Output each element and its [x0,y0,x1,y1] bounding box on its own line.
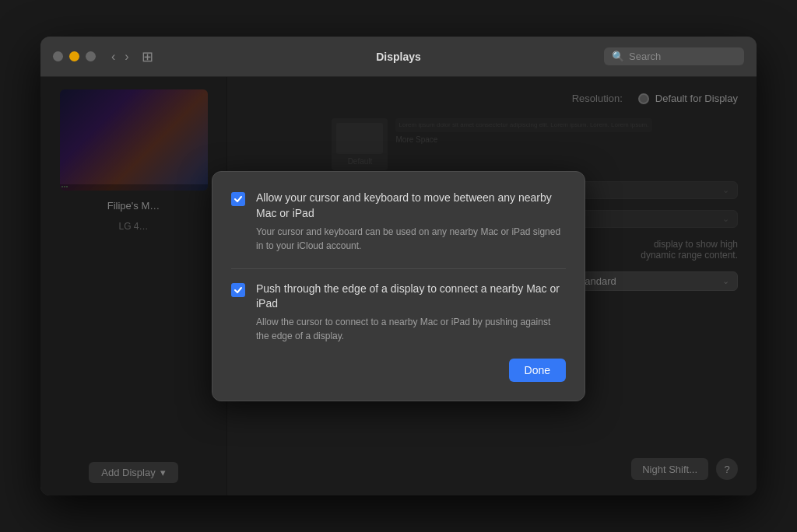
modal-item-2-content: Push through the edge of a display to co… [256,282,566,343]
content-area: Filipe's M… LG 4… Add Display ▾ Resoluti… [40,77,757,495]
done-button[interactable]: Done [509,359,566,382]
modal-item-2-title: Push through the edge of a display to co… [256,282,566,312]
search-icon: 🔍 [612,51,624,62]
search-box[interactable]: 🔍 Search [604,47,744,65]
checkbox-2-wrap [231,283,245,343]
checkbox-2[interactable] [231,283,245,297]
titlebar: ‹ › ⊞ Displays 🔍 Search [40,37,757,77]
modal-item-1-title: Allow your cursor and keyboard to move b… [256,191,566,221]
modal-item-1-description: Your cursor and keyboard can be used on … [256,225,566,253]
modal-overlay: Allow your cursor and keyboard to move b… [40,77,757,495]
close-button[interactable] [53,51,63,61]
modal-item-2-description: Allow the cursor to connect to a nearby … [256,315,566,343]
search-label: Search [629,51,661,62]
modal-item-1-content: Allow your cursor and keyboard to move b… [256,191,566,252]
checkmark-2-icon [233,285,243,295]
grid-icon[interactable]: ⊞ [142,48,153,65]
nav-arrows: ‹ › [108,48,132,65]
minimize-button[interactable] [69,51,79,61]
checkbox-1-wrap [231,192,245,252]
forward-arrow[interactable]: › [121,48,132,65]
maximize-button[interactable] [86,51,96,61]
modal-dialog: Allow your cursor and keyboard to move b… [212,171,585,401]
window-controls [53,51,96,61]
checkbox-1[interactable] [231,192,245,206]
window-title: Displays [376,51,421,63]
modal-divider [231,268,566,269]
modal-item-2: Push through the edge of a display to co… [231,282,566,343]
main-window: ‹ › ⊞ Displays 🔍 Search Filipe's M… [40,37,757,495]
modal-footer: Done [231,359,566,382]
back-arrow[interactable]: ‹ [108,48,118,65]
checkmark-1-icon [233,194,243,204]
modal-item-1: Allow your cursor and keyboard to move b… [231,191,566,252]
